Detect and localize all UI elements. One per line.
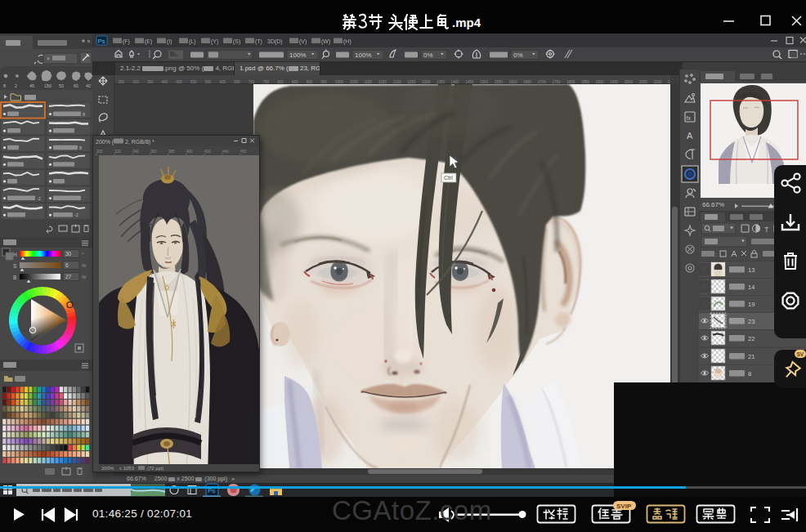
svg-text:-2: -2 bbox=[74, 212, 78, 217]
svg-text:460: 460 bbox=[240, 150, 247, 154]
svg-text:600: 600 bbox=[219, 80, 226, 84]
svg-text:22: 22 bbox=[748, 335, 755, 342]
svg-text:B: B bbox=[13, 275, 16, 280]
svg-text:1550: 1550 bbox=[495, 80, 504, 84]
svg-text:360: 360 bbox=[150, 150, 157, 154]
svg-text:2150: 2150 bbox=[668, 80, 670, 84]
svg-text:(V): (V) bbox=[299, 38, 307, 45]
svg-text:1000: 1000 bbox=[335, 80, 344, 84]
svg-text:2000: 2000 bbox=[625, 80, 634, 84]
svg-text:8: 8 bbox=[3, 83, 6, 88]
svg-text:250: 250 bbox=[119, 80, 125, 84]
svg-text:8: 8 bbox=[79, 145, 82, 150]
svg-text:2050: 2050 bbox=[639, 80, 648, 84]
svg-text:(Y): (Y) bbox=[211, 38, 218, 45]
svg-text:2: 2 bbox=[15, 83, 17, 88]
svg-text:(F): (F) bbox=[123, 38, 130, 45]
svg-text:850: 850 bbox=[292, 80, 298, 84]
svg-text:1400: 1400 bbox=[451, 80, 460, 84]
svg-text:fx: fx bbox=[687, 115, 692, 121]
svg-text:800: 800 bbox=[277, 80, 284, 84]
svg-text:Ps: Ps bbox=[98, 38, 105, 45]
svg-text:66.67%: 66.67% bbox=[702, 201, 724, 208]
svg-text:14: 14 bbox=[748, 284, 755, 291]
svg-text:1950: 1950 bbox=[610, 80, 619, 84]
svg-text:100%: 100% bbox=[289, 51, 306, 59]
svg-text:19: 19 bbox=[748, 301, 755, 308]
svg-text:x 1053: x 1053 bbox=[119, 466, 135, 471]
svg-text:50: 50 bbox=[59, 83, 64, 88]
svg-text:(H): (H) bbox=[343, 38, 352, 45]
svg-text:40: 40 bbox=[86, 83, 91, 88]
svg-text:3D(D): 3D(D) bbox=[267, 38, 283, 45]
svg-text:SV: SV bbox=[797, 351, 804, 357]
svg-text:30: 30 bbox=[65, 251, 72, 257]
svg-text::: : bbox=[715, 251, 717, 258]
svg-text:700: 700 bbox=[249, 80, 255, 84]
svg-text:1250: 1250 bbox=[408, 80, 417, 84]
svg-text:650: 650 bbox=[234, 80, 240, 84]
svg-text:750: 750 bbox=[263, 80, 270, 84]
svg-text:400: 400 bbox=[162, 80, 168, 84]
svg-text:500: 500 bbox=[190, 80, 197, 84]
svg-text:1350: 1350 bbox=[437, 80, 446, 84]
svg-text:380: 380 bbox=[168, 150, 175, 154]
svg-text:-2: -2 bbox=[37, 196, 41, 201]
svg-text:150: 150 bbox=[44, 83, 51, 88]
svg-text:1150: 1150 bbox=[378, 80, 387, 84]
svg-text:0%: 0% bbox=[423, 51, 433, 59]
svg-text:340: 340 bbox=[132, 150, 139, 154]
svg-text:950: 950 bbox=[320, 80, 327, 84]
svg-text:1100: 1100 bbox=[364, 80, 372, 84]
svg-text:A: A bbox=[687, 131, 693, 141]
svg-text:900: 900 bbox=[307, 80, 313, 84]
svg-text:400: 400 bbox=[186, 150, 193, 154]
svg-text:440: 440 bbox=[222, 150, 229, 154]
svg-text:%: % bbox=[82, 275, 87, 279]
svg-text:×: × bbox=[47, 56, 50, 61]
svg-text:23: 23 bbox=[748, 318, 755, 325]
svg-text:1900: 1900 bbox=[596, 80, 605, 84]
svg-text:27: 27 bbox=[65, 274, 72, 279]
svg-text:350: 350 bbox=[147, 80, 154, 84]
svg-text:1650: 1650 bbox=[523, 80, 532, 84]
svg-text:2, RGB/8) *: 2, RGB/8) * bbox=[125, 139, 154, 145]
svg-text:.mp4: .mp4 bbox=[452, 16, 481, 29]
svg-text:%: % bbox=[82, 263, 87, 268]
svg-text:(72 ppi): (72 ppi) bbox=[147, 466, 163, 471]
svg-text:8: 8 bbox=[748, 370, 751, 378]
svg-text:(I): (I) bbox=[167, 38, 172, 45]
svg-text:320: 320 bbox=[114, 150, 121, 154]
svg-text:13: 13 bbox=[748, 266, 755, 274]
svg-text:(E): (E) bbox=[145, 38, 152, 45]
svg-text:21: 21 bbox=[748, 353, 755, 360]
svg-text:6: 6 bbox=[65, 262, 69, 268]
svg-text:0%: 0% bbox=[513, 51, 523, 59]
svg-text:1800: 1800 bbox=[566, 80, 575, 84]
svg-text:200% (: 200% ( bbox=[96, 139, 114, 145]
svg-text:(L): (L) bbox=[189, 38, 196, 45]
svg-text:(S): (S) bbox=[233, 38, 240, 45]
svg-text:1200: 1200 bbox=[393, 80, 402, 84]
svg-text:S: S bbox=[13, 263, 17, 269]
svg-text:(T): (T) bbox=[255, 38, 262, 45]
svg-text:1450: 1450 bbox=[465, 80, 474, 84]
svg-text:1850: 1850 bbox=[581, 80, 590, 84]
svg-text:300: 300 bbox=[132, 80, 139, 84]
svg-text:1500: 1500 bbox=[480, 80, 489, 84]
svg-text:8: 8 bbox=[83, 112, 85, 117]
svg-text:45: 45 bbox=[29, 83, 34, 88]
svg-text:200%: 200% bbox=[101, 466, 114, 471]
svg-text:550: 550 bbox=[205, 80, 212, 84]
svg-text:H: H bbox=[13, 252, 17, 257]
svg-text:1050: 1050 bbox=[350, 80, 359, 84]
svg-text:420: 420 bbox=[204, 150, 211, 154]
svg-text:60: 60 bbox=[74, 83, 78, 88]
svg-text:Ctrl: Ctrl bbox=[444, 175, 453, 181]
svg-text:SVIP: SVIP bbox=[616, 503, 632, 510]
svg-text:450: 450 bbox=[176, 80, 182, 84]
svg-text:1750: 1750 bbox=[553, 80, 562, 84]
svg-text:1300: 1300 bbox=[422, 80, 431, 84]
svg-text:T: T bbox=[764, 226, 769, 234]
svg-text:2100: 2100 bbox=[653, 80, 662, 84]
